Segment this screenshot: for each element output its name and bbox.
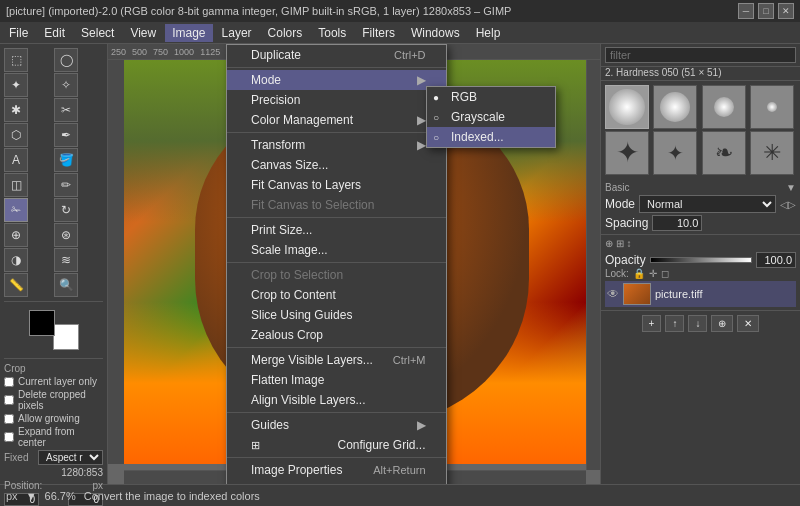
menu-help[interactable]: Help (469, 24, 508, 42)
lock-pixels-icon[interactable]: 🔒 (633, 268, 645, 279)
tool-smudge[interactable]: ≋ (54, 248, 78, 272)
lock-alpha-icon[interactable]: ◻ (661, 268, 669, 279)
fg-bg-colors[interactable] (29, 310, 79, 350)
color-section (4, 301, 103, 354)
mode-select[interactable]: Normal (639, 195, 776, 213)
tool-bucket-fill[interactable]: 🪣 (54, 148, 78, 172)
allow-growing-option[interactable]: Allow growing (4, 413, 103, 424)
canvas-area: 250 500 750 1000 1125 Duplicate Ctrl+D (108, 44, 600, 484)
tool-foreground-select[interactable]: ⬡ (4, 123, 28, 147)
menu-item-fit-canvas-layers[interactable]: Fit Canvas to Layers (227, 175, 446, 195)
spacing-input[interactable] (652, 215, 702, 231)
menu-item-configure-grid[interactable]: ⊞ Configure Grid... (227, 435, 446, 455)
maximize-button[interactable]: □ (758, 3, 774, 19)
tool-scissors[interactable]: ✂ (54, 98, 78, 122)
menu-view[interactable]: View (123, 24, 163, 42)
menu-item-crop-content[interactable]: Crop to Content (227, 285, 446, 305)
tool-color-select[interactable]: ✱ (4, 98, 28, 122)
brush-item-5[interactable]: ✦ (605, 131, 649, 175)
delete-cropped-checkbox[interactable] (4, 395, 14, 405)
expand-center-option[interactable]: Expand from center (4, 426, 103, 448)
menu-item-align-visible[interactable]: Align Visible Layers... (227, 390, 446, 410)
fixed-select[interactable]: Aspect ratio (38, 450, 103, 465)
menu-item-flatten[interactable]: Flatten Image (227, 370, 446, 390)
menu-item-merge-visible[interactable]: Merge Visible Layers... Ctrl+M (227, 350, 446, 370)
vertical-scrollbar[interactable] (586, 60, 600, 470)
brush-item-4[interactable] (750, 85, 794, 129)
tool-ellipse-select[interactable]: ◯ (54, 48, 78, 72)
minimize-button[interactable]: ─ (738, 3, 754, 19)
submenu-item-rgb[interactable]: ● RGB (427, 87, 555, 107)
fg-color-swatch[interactable] (29, 310, 55, 336)
tool-rotate[interactable]: ↻ (54, 198, 78, 222)
current-layer-checkbox[interactable] (4, 377, 14, 387)
menu-colors[interactable]: Colors (261, 24, 310, 42)
menu-item-guides[interactable]: Guides ▶ (227, 415, 446, 435)
tool-clone[interactable]: ⊕ (4, 223, 28, 247)
brush-item-1[interactable] (605, 85, 649, 129)
layer-row[interactable]: 👁 picture.tiff (605, 281, 796, 307)
transform-label: Transform (251, 138, 305, 152)
menu-windows[interactable]: Windows (404, 24, 467, 42)
lower-layer-button[interactable]: ↓ (688, 315, 707, 332)
menu-item-color-management[interactable]: Color Management ▶ (227, 110, 446, 130)
menu-item-precision[interactable]: Precision (227, 90, 446, 110)
metadata-arrow-icon: ▶ (417, 483, 426, 484)
opacity-slider[interactable] (650, 257, 752, 263)
submenu-item-indexed[interactable]: ○ Indexed... (427, 127, 555, 147)
brush-item-6[interactable]: ✦ (653, 131, 697, 175)
menu-layer[interactable]: Layer (215, 24, 259, 42)
opacity-input[interactable] (756, 252, 796, 268)
menu-item-scale-image[interactable]: Scale Image... (227, 240, 446, 260)
menu-image[interactable]: Image (165, 24, 212, 42)
align-visible-label: Align Visible Layers... (251, 393, 366, 407)
menu-item-duplicate[interactable]: Duplicate Ctrl+D (227, 45, 446, 65)
duplicate-layer-button[interactable]: ⊕ (711, 315, 733, 332)
menu-file[interactable]: File (2, 24, 35, 42)
tool-paths[interactable]: ✒ (54, 123, 78, 147)
brush-item-7[interactable]: ❧ (702, 131, 746, 175)
menu-item-print-size[interactable]: Print Size... (227, 220, 446, 240)
menu-item-transform[interactable]: Transform ▶ (227, 135, 446, 155)
tool-measure[interactable]: 📏 (4, 273, 28, 297)
menu-item-slice-guides[interactable]: Slice Using Guides (227, 305, 446, 325)
menu-select[interactable]: Select (74, 24, 121, 42)
new-layer-button[interactable]: + (642, 315, 662, 332)
menu-item-mode[interactable]: Mode ▶ (227, 70, 446, 90)
brush-item-3[interactable] (702, 85, 746, 129)
tool-rect-select[interactable]: ⬚ (4, 48, 28, 72)
raise-layer-button[interactable]: ↑ (665, 315, 684, 332)
tool-heal[interactable]: ⊛ (54, 223, 78, 247)
brush-leaf-icon: ❧ (715, 140, 733, 166)
tool-zoom[interactable]: 🔍 (54, 273, 78, 297)
current-layer-option[interactable]: Current layer only (4, 376, 103, 387)
tool-text[interactable]: A (4, 148, 28, 172)
menu-tools[interactable]: Tools (311, 24, 353, 42)
menu-item-image-properties[interactable]: Image Properties Alt+Return (227, 460, 446, 480)
menu-item-metadata[interactable]: Metadata ▶ (227, 480, 446, 484)
brush-item-8[interactable]: ✳ (750, 131, 794, 175)
menu-filters[interactable]: Filters (355, 24, 402, 42)
tool-fuzzy-select[interactable]: ✧ (54, 73, 78, 97)
tool-pencil[interactable]: ✏ (54, 173, 78, 197)
lock-position-icon[interactable]: ✛ (649, 268, 657, 279)
expand-center-checkbox[interactable] (4, 432, 14, 442)
menu-item-zealous-crop[interactable]: Zealous Crop (227, 325, 446, 345)
window-controls: ─ □ ✕ (738, 3, 794, 19)
filter-input[interactable] (605, 47, 796, 63)
delete-layer-button[interactable]: ✕ (737, 315, 759, 332)
menu-item-canvas-size[interactable]: Canvas Size... (227, 155, 446, 175)
menu-edit[interactable]: Edit (37, 24, 72, 42)
layer-visibility-icon[interactable]: 👁 (607, 287, 619, 301)
allow-growing-checkbox[interactable] (4, 414, 14, 424)
brush-item-2[interactable] (653, 85, 697, 129)
delete-cropped-option[interactable]: Delete cropped pixels (4, 389, 103, 411)
tool-blend[interactable]: ◫ (4, 173, 28, 197)
tool-dodge-burn[interactable]: ◑ (4, 248, 28, 272)
submenu-item-grayscale[interactable]: ○ Grayscale (427, 107, 555, 127)
tool-free-select[interactable]: ✦ (4, 73, 28, 97)
current-layer-label: Current layer only (18, 376, 97, 387)
close-button[interactable]: ✕ (778, 3, 794, 19)
bg-color-swatch[interactable] (53, 324, 79, 350)
tool-crop[interactable]: ✁ (4, 198, 28, 222)
